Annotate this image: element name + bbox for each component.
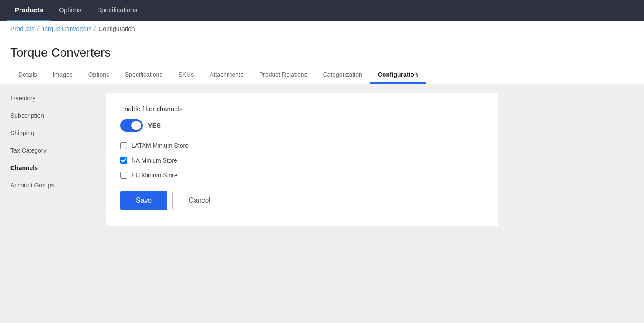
checkbox-row-na: NA Minium Store — [120, 157, 484, 164]
checkbox-na[interactable] — [120, 157, 127, 164]
toggle-thumb — [131, 121, 141, 130]
tab-configuration[interactable]: Configuration — [370, 67, 426, 84]
breadcrumb-sep-2: / — [94, 25, 96, 32]
main-content: Enable filter channels YES LATAM Minium … — [96, 84, 644, 323]
checkbox-eu-label[interactable]: EU Minium Store — [131, 172, 178, 179]
configuration-card: Enable filter channels YES LATAM Minium … — [106, 93, 498, 226]
tab-bar: Details Images Options Specifications SK… — [10, 67, 634, 84]
tab-product-relations[interactable]: Product Relations — [251, 67, 315, 84]
checkbox-na-label[interactable]: NA Minium Store — [131, 157, 177, 164]
page-header: Torque Converters Details Images Options… — [0, 37, 644, 84]
tab-specifications[interactable]: Specifications — [117, 67, 170, 84]
toggle-track — [120, 119, 143, 132]
enable-filter-channels-label: Enable filter channels — [120, 105, 484, 112]
sidebar-item-inventory[interactable]: Inventory — [0, 89, 96, 107]
checkbox-eu[interactable] — [120, 172, 127, 179]
checkbox-row-eu: EU Minium Store — [120, 172, 484, 179]
page-title: Torque Converters — [10, 46, 634, 60]
sidebar-item-channels[interactable]: Channels — [0, 159, 96, 177]
tab-categorization[interactable]: Categorization — [315, 67, 370, 84]
sidebar: Inventory Subscription Shipping Tax Cate… — [0, 84, 96, 323]
sidebar-item-account-groups[interactable]: Account Groups — [0, 177, 96, 194]
breadcrumb-sep-1: / — [37, 25, 39, 32]
checkbox-latam[interactable] — [120, 142, 127, 149]
tab-skus[interactable]: SKUs — [170, 67, 202, 84]
content-area: Inventory Subscription Shipping Tax Cate… — [0, 84, 644, 323]
breadcrumb-torque-converters[interactable]: Torque Converters — [41, 25, 91, 32]
toggle-yes-label: YES — [148, 122, 161, 129]
sidebar-item-shipping[interactable]: Shipping — [0, 124, 96, 142]
cancel-button[interactable]: Cancel — [172, 191, 226, 210]
tab-images[interactable]: Images — [45, 67, 81, 84]
enable-filter-channels-toggle[interactable] — [120, 119, 143, 132]
checkbox-latam-label[interactable]: LATAM Minium Store — [131, 142, 189, 149]
tab-details[interactable]: Details — [10, 67, 45, 84]
breadcrumb-products[interactable]: Products — [10, 25, 34, 32]
checkbox-row-latam: LATAM Minium Store — [120, 142, 484, 149]
top-nav: Products Options Specifications — [0, 0, 644, 21]
toggle-row: YES — [120, 119, 484, 132]
nav-item-options[interactable]: Options — [51, 0, 89, 21]
nav-item-products[interactable]: Products — [7, 0, 51, 21]
breadcrumb: Products / Torque Converters / Configura… — [0, 21, 644, 37]
save-button[interactable]: Save — [120, 191, 167, 210]
breadcrumb-current: Configuration — [98, 25, 135, 32]
tab-options[interactable]: Options — [81, 67, 117, 84]
tab-attachments[interactable]: Attachments — [202, 67, 251, 84]
sidebar-item-subscription[interactable]: Subscription — [0, 107, 96, 124]
sidebar-item-tax-category[interactable]: Tax Category — [0, 142, 96, 159]
button-row: Save Cancel — [120, 191, 484, 210]
nav-item-specifications[interactable]: Specifications — [89, 0, 145, 21]
